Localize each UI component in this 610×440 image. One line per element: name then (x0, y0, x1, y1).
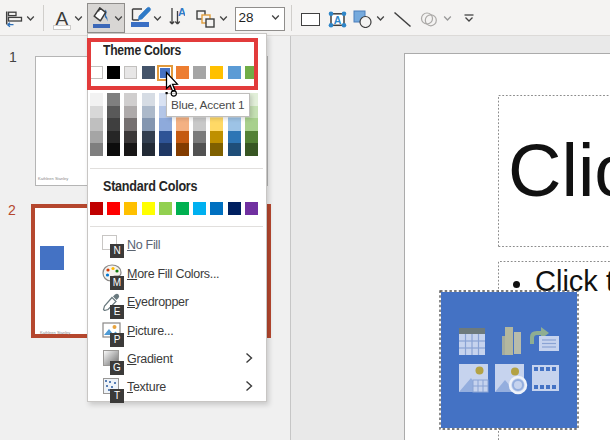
svg-text:A: A (178, 7, 185, 18)
svg-text:A: A (334, 14, 342, 26)
